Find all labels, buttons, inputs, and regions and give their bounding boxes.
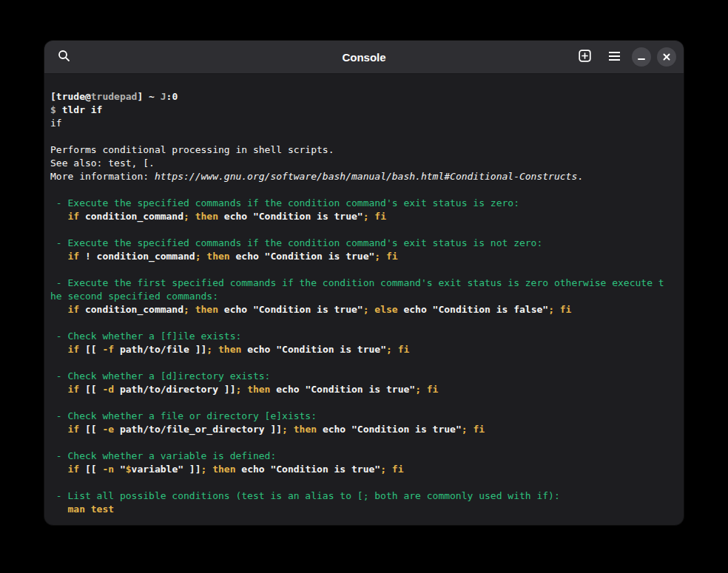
terminal-line: - Check whether a [f]ile exists: <box>50 330 678 343</box>
terminal-text-segment: https://www.gnu.org/software/bash/manual… <box>155 171 577 182</box>
terminal-line: [trude@trudepad] ~ J:0 <box>50 90 678 104</box>
terminal-line: if [[ -d path/to/directory ]]; then echo… <box>50 383 678 396</box>
terminal-text-segment: ! condition_command <box>79 251 195 262</box>
terminal-line: More information: https://www.gnu.org/so… <box>50 170 678 183</box>
terminal-line: - Execute the specified commands if the … <box>50 237 678 250</box>
terminal-line <box>50 130 678 143</box>
terminal-text-segment: -f <box>102 344 114 355</box>
terminal-text-segment <box>50 384 67 395</box>
menu-button[interactable] <box>602 45 626 69</box>
terminal-line: - Check whether a [d]irectory exists: <box>50 370 678 383</box>
terminal-text-segment: . <box>577 171 583 182</box>
terminal-text-segment: man test <box>50 504 114 515</box>
titlebar[interactable]: Console <box>44 41 684 74</box>
terminal-text-segment: if <box>67 211 79 222</box>
terminal-line: - Execute the first specified commands i… <box>50 277 678 290</box>
terminal-text-segment <box>50 251 67 262</box>
new-tab-button[interactable] <box>573 45 596 69</box>
search-button[interactable] <box>52 45 75 69</box>
terminal-text-segment: - Check whether a file or directory [e]x… <box>50 410 317 421</box>
terminal-line: if condition_command; then echo "Conditi… <box>50 303 678 316</box>
terminal-line: if ! condition_command; then echo "Condi… <box>50 250 678 263</box>
terminal-text-segment: [[ <box>79 384 102 395</box>
terminal-text-segment: ; else <box>363 304 398 315</box>
terminal-text-segment: [[ <box>79 344 102 355</box>
terminal-text-segment: echo "Condition is true" <box>230 251 375 262</box>
terminal-text-segment: if <box>67 464 79 475</box>
terminal-output[interactable]: [trude@trudepad] ~ J:0$ tldr ififPerform… <box>44 74 684 525</box>
terminal-text-segment: - Execute the first specified commands i… <box>50 277 664 288</box>
terminal-text-segment: if <box>67 304 79 315</box>
terminal-text-segment: condition_command <box>79 304 183 315</box>
minimize-icon <box>638 52 645 63</box>
terminal-text-segment: - Check whether a variable is defined: <box>50 450 276 461</box>
terminal-text-segment: ; fi <box>363 211 386 222</box>
terminal-text-segment: More information: <box>50 171 155 182</box>
close-button[interactable] <box>657 47 676 67</box>
terminal-text-segment: - List all possible conditions (test is … <box>50 490 560 501</box>
terminal-text-segment: ; fi <box>380 464 403 475</box>
terminal-text-segment: $ <box>50 104 62 115</box>
terminal-text-segment: -e <box>102 424 114 435</box>
terminal-text-segment: echo "Condition is true" <box>235 464 380 475</box>
terminal-text-segment: ; then <box>206 344 241 355</box>
terminal-text-segment: echo "Condition is true" <box>241 344 386 355</box>
terminal-text-segment: ; then <box>183 304 218 315</box>
terminal-text-segment: if <box>67 384 79 395</box>
terminal-text-segment <box>50 464 67 475</box>
terminal-line: - Check whether a file or directory [e]x… <box>50 410 678 423</box>
terminal-text-segment: ; fi <box>548 304 571 315</box>
terminal-text-segment: J <box>161 91 166 102</box>
terminal-line <box>50 476 678 489</box>
terminal-text-segment: echo "Condition is false" <box>398 304 549 315</box>
terminal-text-segment: he second specified commands: <box>50 291 218 302</box>
terminal-text-segment: -n <box>102 464 114 475</box>
search-icon <box>58 50 70 64</box>
terminal-line: man test <box>50 503 678 516</box>
terminal-text-segment: ; then <box>195 251 230 262</box>
terminal-text-segment <box>50 424 67 435</box>
terminal-line: if <box>50 117 678 130</box>
terminal-text-segment: if <box>67 344 79 355</box>
terminal-text-segment: - Check whether a [d]irectory exists: <box>50 370 270 382</box>
terminal-text-segment: tldr if <box>62 104 103 115</box>
terminal-text-segment: -d <box>102 384 114 395</box>
terminal-text-segment: Performs conditional processing in shell… <box>50 144 334 155</box>
terminal-text-segment <box>50 304 67 315</box>
minimize-button[interactable] <box>632 47 651 67</box>
terminal-line <box>50 396 678 410</box>
terminal-text-segment: variable" ]] <box>132 464 201 475</box>
terminal-text-segment: if <box>67 251 79 262</box>
terminal-line <box>50 223 678 237</box>
terminal-line: Performs conditional processing in shell… <box>50 143 678 157</box>
terminal-text-segment: if <box>50 118 62 129</box>
terminal-text-segment: " <box>114 464 126 475</box>
terminal-line: if [[ -f path/to/file ]]; then echo "Con… <box>50 343 678 356</box>
console-window: Console <box>44 41 684 525</box>
terminal-text-segment: echo "Condition is true" <box>270 384 415 395</box>
terminal-text-segment <box>50 344 67 355</box>
terminal-text-segment: echo "Condition is true" <box>218 304 363 315</box>
terminal-text-segment: ; then <box>282 424 317 435</box>
hamburger-menu-icon <box>608 51 621 64</box>
terminal-text-segment: condition_command <box>79 211 183 222</box>
terminal-line: if condition_command; then echo "Conditi… <box>50 210 678 223</box>
terminal-text-segment: - Check whether a [f]ile exists: <box>50 330 241 342</box>
new-tab-icon <box>579 50 591 64</box>
terminal-text-segment: $ <box>126 464 132 475</box>
terminal-text-segment: ; fi <box>386 344 409 355</box>
terminal-text-segment: if <box>67 424 79 435</box>
terminal-line: - List all possible conditions (test is … <box>50 489 678 503</box>
terminal-line: - Check whether a variable is defined: <box>50 450 678 463</box>
terminal-text-segment: echo "Condition is true" <box>317 424 462 435</box>
terminal-line: he second specified commands: <box>50 290 678 303</box>
terminal-text-segment: ; then <box>201 464 236 475</box>
terminal-text-segment: ; fi <box>374 251 397 262</box>
terminal-text-segment <box>50 211 67 222</box>
terminal-line <box>50 436 678 450</box>
terminal-line <box>50 183 678 197</box>
terminal-text-segment: - Execute the specified commands if the … <box>50 197 519 208</box>
terminal-line <box>50 356 678 370</box>
terminal-text-segment: trudepad <box>91 91 138 102</box>
terminal-text-segment: path/to/directory ]] <box>114 384 235 395</box>
